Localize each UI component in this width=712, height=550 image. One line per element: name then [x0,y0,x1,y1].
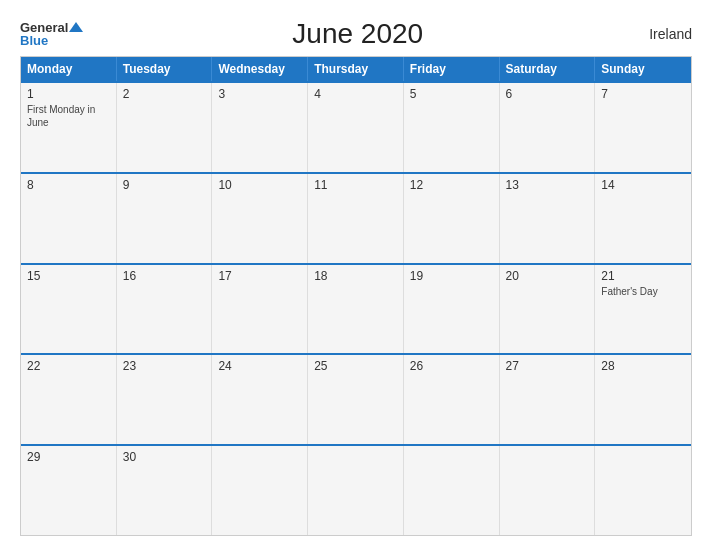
day-number: 21 [601,269,685,283]
event-label: First Monday in June [27,103,110,129]
calendar-cell: 20 [500,265,596,354]
calendar-cell: 12 [404,174,500,263]
day-number: 18 [314,269,397,283]
calendar-cell: 21Father's Day [595,265,691,354]
day-number: 28 [601,359,685,373]
country-label: Ireland [632,26,692,42]
calendar-body: 1First Monday in June2345678910111213141… [21,81,691,535]
logo: General Blue [20,21,83,47]
page: General Blue June 2020 Ireland Monday Tu… [0,0,712,550]
day-number: 12 [410,178,493,192]
day-number: 3 [218,87,301,101]
day-number: 5 [410,87,493,101]
calendar-cell: 27 [500,355,596,444]
calendar-cell: 14 [595,174,691,263]
day-number: 9 [123,178,206,192]
col-monday: Monday [21,57,117,81]
calendar-cell: 16 [117,265,213,354]
calendar-cell: 17 [212,265,308,354]
calendar-cell: 8 [21,174,117,263]
event-label: Father's Day [601,285,685,298]
calendar-cell: 10 [212,174,308,263]
day-number: 23 [123,359,206,373]
calendar-title: June 2020 [83,18,632,50]
calendar-cell: 2 [117,83,213,172]
calendar-cell: 7 [595,83,691,172]
day-number: 27 [506,359,589,373]
calendar-cell: 5 [404,83,500,172]
calendar-cell [212,446,308,535]
day-number: 11 [314,178,397,192]
col-sunday: Sunday [595,57,691,81]
day-number: 2 [123,87,206,101]
logo-blue-text: Blue [20,34,48,47]
calendar-cell: 15 [21,265,117,354]
week-row-3: 15161718192021Father's Day [21,263,691,354]
day-number: 14 [601,178,685,192]
week-row-4: 22232425262728 [21,353,691,444]
week-row-1: 1First Monday in June234567 [21,81,691,172]
day-number: 22 [27,359,110,373]
day-number: 29 [27,450,110,464]
calendar-cell: 9 [117,174,213,263]
day-number: 7 [601,87,685,101]
day-number: 10 [218,178,301,192]
col-saturday: Saturday [500,57,596,81]
calendar-header-row: Monday Tuesday Wednesday Thursday Friday… [21,57,691,81]
calendar-cell: 29 [21,446,117,535]
calendar: Monday Tuesday Wednesday Thursday Friday… [20,56,692,536]
calendar-cell: 3 [212,83,308,172]
day-number: 19 [410,269,493,283]
calendar-cell: 22 [21,355,117,444]
week-row-5: 2930 [21,444,691,535]
calendar-cell: 28 [595,355,691,444]
col-friday: Friday [404,57,500,81]
day-number: 30 [123,450,206,464]
day-number: 13 [506,178,589,192]
calendar-cell [404,446,500,535]
day-number: 17 [218,269,301,283]
calendar-cell: 26 [404,355,500,444]
calendar-cell: 11 [308,174,404,263]
col-wednesday: Wednesday [212,57,308,81]
calendar-cell: 23 [117,355,213,444]
calendar-cell: 6 [500,83,596,172]
header: General Blue June 2020 Ireland [20,18,692,50]
logo-triangle-icon [69,22,83,32]
day-number: 1 [27,87,110,101]
calendar-cell: 1First Monday in June [21,83,117,172]
week-row-2: 891011121314 [21,172,691,263]
day-number: 15 [27,269,110,283]
calendar-cell: 25 [308,355,404,444]
day-number: 4 [314,87,397,101]
day-number: 16 [123,269,206,283]
calendar-cell: 13 [500,174,596,263]
col-thursday: Thursday [308,57,404,81]
day-number: 20 [506,269,589,283]
day-number: 26 [410,359,493,373]
col-tuesday: Tuesday [117,57,213,81]
calendar-cell: 4 [308,83,404,172]
calendar-cell: 19 [404,265,500,354]
day-number: 6 [506,87,589,101]
calendar-cell: 24 [212,355,308,444]
day-number: 8 [27,178,110,192]
calendar-cell: 30 [117,446,213,535]
calendar-cell [500,446,596,535]
day-number: 24 [218,359,301,373]
calendar-cell [308,446,404,535]
calendar-cell: 18 [308,265,404,354]
day-number: 25 [314,359,397,373]
calendar-cell [595,446,691,535]
